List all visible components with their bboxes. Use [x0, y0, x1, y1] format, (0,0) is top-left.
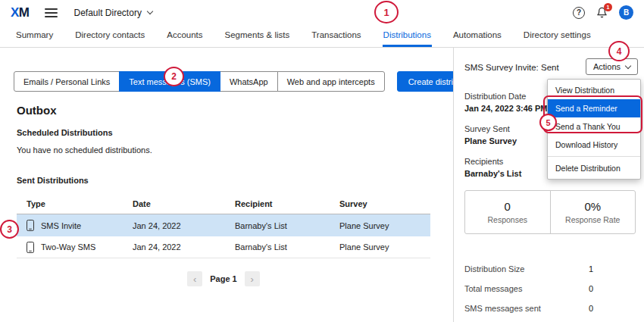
pagination: ‹ Page 1 › [17, 271, 430, 286]
row-date: Jan 24, 2022 [133, 242, 235, 252]
row-survey: Plane Survey [339, 242, 430, 252]
row-recipient: Barnaby's List [235, 242, 339, 252]
metric-value: 1 [589, 264, 593, 274]
table-header-row: Type Date Recipient Survey [17, 193, 430, 214]
responses-count: 0 [505, 200, 511, 213]
menu-divider [548, 156, 640, 157]
response-rate-stat: 0% Response Rate [550, 191, 636, 233]
column-header-date: Date [133, 199, 235, 208]
annotation-step-5: 5 [539, 114, 557, 131]
actions-button-label: Actions [593, 62, 621, 71]
xm-logo: X M [11, 5, 30, 20]
scheduled-distributions-heading: Scheduled Distributions [17, 128, 113, 137]
row-recipient: Barnaby's List [235, 221, 339, 230]
directory-dropdown[interactable]: Default Directory [74, 8, 152, 18]
annotation-step-3: 3 [0, 220, 19, 239]
column-header-survey: Survey [339, 199, 430, 208]
channel-emails-button[interactable]: Emails / Personal Links [14, 71, 120, 92]
tab-distributions[interactable]: Distributions [383, 25, 432, 47]
menu-item-download-history[interactable]: Download History [548, 136, 640, 154]
xm-logo-m: M [19, 5, 30, 20]
response-rate-label: Response Rate [565, 215, 620, 224]
directory-tab-bar: Summary Directory contacts Accounts Segm… [0, 25, 644, 48]
response-stats-box: 0 Responses 0% Response Rate [464, 190, 636, 234]
recipients-label: Recipients [464, 157, 503, 166]
tab-automations[interactable]: Automations [452, 25, 502, 47]
menu-item-delete-distribution[interactable]: Delete Distribution [548, 159, 640, 177]
actions-button[interactable]: Actions [586, 58, 638, 75]
chevron-down-icon [147, 8, 153, 14]
annotation-step-1: 1 [374, 1, 399, 23]
survey-sent-value: Plane Survey [464, 136, 517, 145]
tab-summary[interactable]: Summary [15, 25, 54, 47]
column-header-type: Type [17, 199, 133, 208]
metric-value: 0 [589, 304, 593, 313]
tab-directory-contacts[interactable]: Directory contacts [74, 25, 145, 47]
annotation-step-4: 4 [608, 41, 630, 61]
channel-selector: Emails / Personal Links Text messages (S… [14, 71, 487, 92]
channel-web-intercepts-button[interactable]: Web and app intercepts [277, 71, 385, 92]
xm-logo-x: X [11, 5, 19, 20]
row-date: Jan 24, 2022 [133, 221, 235, 230]
distributions-main: Emails / Personal Links Text messages (S… [0, 48, 453, 322]
next-page-button[interactable]: › [245, 271, 260, 286]
notification-badge: 1 [604, 3, 612, 11]
metric-label: Total messages [464, 284, 522, 293]
row-type: SMS Invite [41, 221, 81, 230]
table-row-sms-invite[interactable]: SMS Invite Jan 24, 2022 Barnaby's List P… [17, 214, 430, 236]
metric-value: 0 [589, 284, 593, 293]
distribution-date-value: Jan 24, 2022 3:46 PM [464, 104, 547, 113]
notifications-button[interactable]: 1 [596, 7, 608, 18]
row-survey: Plane Survey [339, 221, 430, 230]
sent-distributions-heading: Sent Distributions [17, 176, 89, 185]
detail-panel-title: SMS Survey Invite: Sent [464, 63, 559, 72]
phone-icon [27, 242, 34, 253]
metric-distribution-size: Distribution Size 1 [464, 264, 593, 274]
table-row-two-way-sms[interactable]: Two-Way SMS Jan 24, 2022 Barnaby's List … [17, 236, 430, 258]
metric-label: Distribution Size [464, 264, 524, 274]
annotation-step-2: 2 [164, 67, 184, 86]
menu-item-send-a-thank-you[interactable]: Send a Thank You [548, 117, 640, 136]
response-rate-value: 0% [584, 200, 601, 213]
scheduled-distributions-empty-text: You have no scheduled distributions. [17, 145, 152, 155]
avatar[interactable]: B [619, 5, 633, 20]
tab-directory-settings[interactable]: Directory settings [523, 25, 592, 47]
chevron-down-icon [625, 62, 631, 68]
survey-sent-label: Survey Sent [464, 124, 510, 133]
tab-transactions[interactable]: Transactions [311, 25, 361, 47]
menu-item-send-a-reminder[interactable]: Send a Reminder [548, 99, 640, 117]
channel-whatsapp-button[interactable]: WhatsApp [220, 71, 278, 92]
recipients-value: Barnaby's List [464, 169, 521, 178]
hamburger-menu-icon[interactable] [45, 8, 58, 17]
outbox-title: Outbox [17, 104, 57, 117]
distribution-date-label: Distribution Date [464, 92, 526, 101]
topbar-actions: ? 1 B [573, 5, 633, 20]
sent-distributions-table: Type Date Recipient Survey SMS Invite Ja… [17, 193, 430, 258]
menu-item-view-distribution[interactable]: View Distribution [548, 81, 640, 99]
metric-label: SMS messages sent [464, 304, 541, 313]
top-bar: X M Default Directory ? 1 B [0, 0, 644, 25]
metric-total-messages: Total messages 0 [464, 284, 593, 293]
responses-label: Responses [487, 215, 527, 224]
previous-page-button[interactable]: ‹ [187, 271, 202, 286]
phone-icon [27, 220, 34, 231]
help-button[interactable]: ? [573, 7, 585, 19]
responses-stat: 0 Responses [465, 191, 550, 233]
metric-sms-messages-sent: SMS messages sent 0 [464, 304, 593, 313]
tab-segments-lists[interactable]: Segments & lists [224, 25, 291, 47]
page-label: Page 1 [210, 274, 236, 283]
app-window: X M Default Directory ? 1 B Summary Dire… [0, 0, 644, 322]
tab-accounts[interactable]: Accounts [166, 25, 203, 47]
directory-dropdown-label: Default Directory [74, 8, 142, 18]
actions-dropdown-menu: View Distribution Send a Reminder Send a… [547, 79, 641, 180]
row-type: Two-Way SMS [41, 242, 95, 252]
column-header-recipient: Recipient [235, 199, 339, 208]
